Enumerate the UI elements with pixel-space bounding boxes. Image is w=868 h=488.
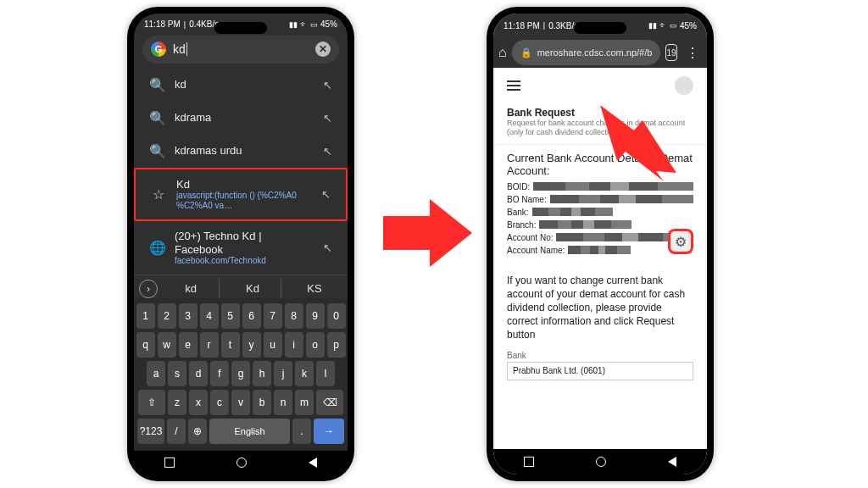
form-label: Bank <box>495 351 705 360</box>
globe-icon: 🌐 <box>149 240 164 256</box>
key[interactable]: a <box>147 361 165 386</box>
enter-key[interactable]: → <box>314 419 344 444</box>
key[interactable]: s <box>168 361 186 386</box>
key[interactable]: u <box>264 332 282 358</box>
key[interactable]: c <box>210 390 229 415</box>
signal-icon: ▮▮ <box>289 20 298 29</box>
key[interactable]: 9 <box>306 303 325 329</box>
key[interactable]: b <box>253 390 271 415</box>
kb-chip[interactable]: KS <box>287 279 342 298</box>
search-icon: 🔍 <box>149 110 164 126</box>
suggestion-item[interactable]: 🔍 kd ↖ <box>134 69 348 102</box>
wifi-icon: ᯤ <box>300 20 308 29</box>
key[interactable]: f <box>210 361 229 386</box>
key[interactable]: j <box>274 361 292 386</box>
home-icon[interactable]: ⌂ <box>498 45 507 60</box>
key[interactable]: h <box>253 361 271 386</box>
shift-key[interactable]: ⇧ <box>138 390 165 415</box>
key[interactable]: p <box>327 332 346 358</box>
url-text: meroshare.cdsc.com.np/#/b <box>537 47 653 58</box>
key[interactable]: 4 <box>200 303 219 329</box>
wifi-icon: ᯤ <box>659 21 667 30</box>
tab-count[interactable]: 19 <box>665 44 676 61</box>
space-key[interactable]: English <box>209 419 290 444</box>
insert-icon[interactable]: ↖ <box>323 145 332 158</box>
redacted-value <box>532 208 613 216</box>
key[interactable]: g <box>231 361 250 386</box>
suggestion-item[interactable]: 🔍 kdramas urdu ↖ <box>134 135 348 168</box>
svg-marker-0 <box>383 199 472 267</box>
dot-key[interactable]: . <box>292 419 311 444</box>
clear-icon[interactable]: ✕ <box>315 42 331 57</box>
suggestion-list: 🔍 kd ↖ 🔍 kdrama ↖ 🔍 kdramas urdu ↖ ☆ Kd … <box>134 69 348 275</box>
recents-icon[interactable] <box>524 457 534 467</box>
search-bar[interactable]: G kd ✕ <box>142 36 339 64</box>
keyboard[interactable]: 1 2 3 4 5 6 7 8 9 0 q w e r t y u i o <box>134 298 348 451</box>
kb-chip[interactable]: Kd <box>225 279 281 298</box>
key[interactable]: y <box>242 332 261 358</box>
search-input[interactable]: kd <box>173 42 309 56</box>
search-icon: 🔍 <box>149 143 164 159</box>
key[interactable]: x <box>189 390 208 415</box>
suggestion-item[interactable]: 🔍 kdrama ↖ <box>134 102 348 135</box>
insert-icon[interactable]: ↖ <box>323 112 332 125</box>
lock-icon: 🔒 <box>520 47 532 58</box>
key[interactable]: 8 <box>285 303 303 329</box>
key[interactable]: r <box>200 332 219 358</box>
key[interactable]: t <box>221 332 240 358</box>
key[interactable]: 5 <box>221 303 240 329</box>
status-time: 11:18 PM <box>144 19 181 29</box>
key[interactable]: 1 <box>136 303 155 329</box>
android-navbar <box>493 449 707 474</box>
key[interactable]: o <box>306 332 325 358</box>
backspace-key[interactable]: ⌫ <box>316 390 343 415</box>
insert-icon[interactable]: ↖ <box>323 241 332 254</box>
instruction-text: If you want to change current bank accou… <box>495 265 705 351</box>
recents-icon[interactable] <box>164 458 175 468</box>
url-bar[interactable]: 🔒 meroshare.cdsc.com.np/#/b <box>512 40 661 65</box>
field-label: Account Name: <box>507 246 565 255</box>
suggestion-item-bookmark[interactable]: ☆ Kd javascript:(function () {%C2%A0 %C2… <box>134 168 348 222</box>
key[interactable]: 2 <box>158 303 176 329</box>
key[interactable]: 3 <box>179 303 198 329</box>
hamburger-icon[interactable] <box>507 80 520 91</box>
field-label: Account No: <box>507 233 553 242</box>
home-icon[interactable] <box>236 458 247 468</box>
field-label: BO Name: <box>507 195 547 204</box>
key[interactable]: w <box>158 332 176 358</box>
key[interactable]: 0 <box>327 303 346 329</box>
phone-right: 11:18 PM | 0.3KB/s ☁ ▮▮ ᯤ ▭ 45% ⌂ 🔒 mero… <box>487 7 714 481</box>
insert-icon[interactable]: ↖ <box>321 188 331 201</box>
key[interactable]: m <box>295 390 314 415</box>
notch <box>214 22 267 34</box>
symbols-key[interactable]: ?123 <box>137 419 164 444</box>
key[interactable]: l <box>316 361 335 386</box>
key[interactable]: k <box>295 361 314 386</box>
field-label: BOID: <box>507 182 530 191</box>
key[interactable]: n <box>274 390 292 415</box>
suggestion-item[interactable]: 🌐 (20+) Techno Kd | Facebook facebook.co… <box>134 221 348 274</box>
redacted-value <box>539 220 632 229</box>
settings-button[interactable]: ⚙ <box>668 229 693 254</box>
globe-key[interactable]: ⊕ <box>188 419 207 444</box>
key[interactable]: q <box>136 332 155 358</box>
key[interactable]: d <box>189 361 208 386</box>
key[interactable]: 6 <box>242 303 261 329</box>
home-icon[interactable] <box>596 457 606 467</box>
key[interactable]: v <box>231 390 250 415</box>
key[interactable]: 7 <box>264 303 282 329</box>
chevron-right-icon[interactable]: › <box>139 280 158 298</box>
slash-key[interactable]: / <box>167 419 186 444</box>
menu-icon[interactable]: ⋮ <box>682 45 703 61</box>
kb-chip[interactable]: kd <box>163 279 220 298</box>
status-time: 11:18 PM <box>504 21 540 30</box>
bank-select[interactable]: Prabhu Bank Ltd. (0601) <box>507 362 693 380</box>
battery-icon: ▭ <box>670 21 677 30</box>
key[interactable]: e <box>179 332 198 358</box>
back-icon[interactable] <box>668 457 676 467</box>
key[interactable]: z <box>168 390 186 415</box>
insert-icon[interactable]: ↖ <box>323 79 332 92</box>
back-icon[interactable] <box>309 458 317 468</box>
key[interactable]: i <box>285 332 303 358</box>
avatar-icon[interactable] <box>675 76 693 95</box>
